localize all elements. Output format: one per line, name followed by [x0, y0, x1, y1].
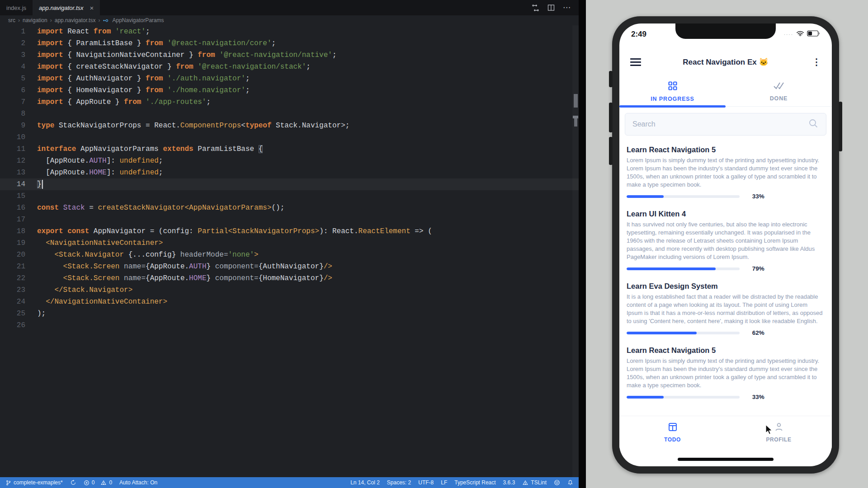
code-line[interactable]: 23 </Stack.Navigator> — [0, 284, 579, 296]
code-line[interactable]: 7import { AppRoute } from './app-routes'… — [0, 96, 579, 108]
code-line[interactable]: 9type StackNavigatorProps = React.Compon… — [0, 120, 579, 131]
sync-button[interactable] — [70, 479, 76, 486]
encoding[interactable]: UTF-8 — [418, 479, 434, 486]
line-content — [25, 214, 37, 225]
line-number: 5 — [0, 73, 25, 84]
problems-indicator[interactable]: 0 0 — [84, 479, 112, 486]
tab-done[interactable]: DONE — [726, 77, 832, 106]
bottom-tab-todo[interactable]: TODO — [619, 416, 726, 448]
code-line[interactable]: 26 — [0, 319, 579, 331]
code-line[interactable]: 8 — [0, 108, 579, 120]
progress-fill — [627, 195, 664, 198]
clock: 2:49 — [631, 30, 646, 39]
line-number: 11 — [0, 143, 25, 155]
code-line[interactable]: 10 — [0, 131, 579, 143]
line-content: </Stack.Navigator> — [25, 284, 132, 296]
code-lines: 1import React from 'react';2import { Par… — [0, 26, 579, 331]
code-line[interactable]: 3import { NavigationNativeContainer } fr… — [0, 49, 579, 61]
ts-version[interactable]: 3.6.3 — [503, 479, 515, 486]
status-bar: complete-exmaples* 0 0 — [0, 477, 579, 488]
editor-scrollbar[interactable] — [572, 25, 579, 477]
code-line[interactable]: 6import { HomeNavigator } from './home.n… — [0, 84, 579, 96]
code-line[interactable]: 25); — [0, 308, 579, 319]
line-content: [AppRoute.AUTH]: undefined; — [25, 155, 163, 167]
breadcrumb-file[interactable]: app.navigator.tsx — [55, 17, 96, 23]
line-content: <Stack.Navigator {...config} headerMode=… — [25, 249, 259, 261]
code-line[interactable]: 4import { createStackNavigator } from '@… — [0, 61, 579, 73]
line-content: interface AppNavigatorParams extends Par… — [25, 143, 263, 155]
code-editor[interactable]: 1import React from 'react';2import { Par… — [0, 25, 579, 477]
linter-status[interactable]: TSLint — [522, 479, 547, 486]
line-number: 6 — [0, 84, 25, 96]
code-line[interactable]: 18export const AppNavigator = (config: P… — [0, 225, 579, 237]
mute-switch — [609, 71, 613, 87]
line-content: <NavigationNativeContainer> — [25, 237, 163, 249]
compare-changes-icon[interactable] — [532, 4, 539, 12]
task-title: Learn React Navigation 5 — [627, 145, 825, 154]
notifications-bell-icon[interactable] — [567, 479, 573, 486]
line-content — [25, 319, 37, 331]
task-progress: 33% — [627, 394, 825, 400]
feedback-smiley-icon[interactable] — [554, 479, 560, 486]
code-line[interactable]: 13 [AppRoute.HOME]: undefined; — [0, 167, 579, 178]
code-line[interactable]: 15 — [0, 190, 579, 202]
code-line[interactable]: 14} — [0, 178, 579, 190]
code-line[interactable]: 22 <Stack.Screen name={AppRoute.HOME} co… — [0, 272, 579, 284]
code-line[interactable]: 1import React from 'react'; — [0, 26, 579, 38]
line-content: import { AppRoute } from './app-routes'; — [25, 96, 211, 108]
breadcrumb-src[interactable]: src — [8, 17, 15, 23]
line-number: 25 — [0, 308, 25, 319]
line-content — [25, 190, 37, 202]
tab-index-js[interactable]: index.js — [0, 0, 33, 15]
code-line[interactable]: 11interface AppNavigatorParams extends P… — [0, 143, 579, 155]
progress-fill — [627, 396, 664, 399]
tab-in-progress[interactable]: IN PROGRESS — [619, 77, 726, 106]
task-card[interactable]: Learn UI Kitten 4It has survived not onl… — [619, 204, 832, 277]
auto-attach-status[interactable]: Auto Attach: On — [119, 479, 157, 486]
code-line[interactable]: 24 </NavigationNativeContainer> — [0, 296, 579, 308]
code-line[interactable]: 12 [AppRoute.AUTH]: undefined; — [0, 155, 579, 167]
breadcrumb-symbol[interactable]: AppNavigatorParams — [112, 17, 164, 23]
bottom-tab-profile[interactable]: PROFILE — [726, 416, 832, 448]
line-content: import { HomeNavigator } from './home.na… — [25, 84, 250, 96]
close-icon[interactable]: × — [90, 5, 94, 11]
overflow-menu-icon[interactable]: ⋮ — [812, 59, 821, 65]
tab-app-navigator-tsx[interactable]: app.navigator.tsx × — [33, 0, 100, 15]
code-line[interactable]: 5import { AuthNavigator } from './auth.n… — [0, 73, 579, 84]
menu-hamburger-icon[interactable] — [630, 56, 641, 68]
line-content: type StackNavigatorProps = React.Compone… — [25, 120, 349, 131]
git-branch-status[interactable]: complete-exmaples* — [5, 479, 63, 486]
chevron-right-icon: › — [18, 17, 20, 23]
progress-track — [627, 396, 740, 399]
indentation[interactable]: Spaces: 2 — [387, 479, 411, 486]
split-editor-icon[interactable] — [547, 4, 555, 11]
eol-sequence[interactable]: LF — [441, 479, 447, 486]
code-line[interactable]: 21 <Stack.Screen name={AppRoute.AUTH} co… — [0, 261, 579, 272]
task-description: It has survived not only five centuries,… — [627, 221, 825, 261]
scrollbar-thumb[interactable] — [574, 94, 578, 108]
task-card[interactable]: Learn React Navigation 5Lorem Ipsum is s… — [619, 341, 832, 405]
chevron-right-icon: › — [98, 17, 100, 23]
search-icon[interactable] — [808, 118, 819, 131]
breadcrumb-navigation[interactable]: navigation — [23, 17, 47, 23]
double-check-icon — [773, 81, 785, 92]
task-card[interactable]: Learn React Navigation 5Lorem Ipsum is s… — [619, 140, 832, 204]
code-line[interactable]: 16const Stack = createStackNavigator<App… — [0, 202, 579, 214]
line-content: import { ParamListBase } from '@react-na… — [25, 38, 276, 49]
task-card[interactable]: Learn Eva Design SystemIt is a long esta… — [619, 277, 832, 341]
progress-track — [627, 267, 740, 270]
language-mode[interactable]: TypeScript React — [454, 479, 495, 486]
code-line[interactable]: 20 <Stack.Navigator {...config} headerMo… — [0, 249, 579, 261]
warning-icon — [522, 480, 528, 486]
code-line[interactable]: 19 <NavigationNativeContainer> — [0, 237, 579, 249]
search-input[interactable] — [632, 120, 808, 128]
code-line[interactable]: 17 — [0, 214, 579, 225]
line-content: <Stack.Screen name={AppRoute.AUTH} compo… — [25, 261, 332, 272]
more-actions-icon[interactable]: ⋯ — [563, 5, 571, 10]
line-number: 15 — [0, 190, 25, 202]
cursor-position[interactable]: Ln 14, Col 2 — [350, 479, 380, 486]
tab-label: DONE — [770, 95, 788, 102]
progress-percent: 33% — [752, 193, 764, 200]
code-line[interactable]: 2import { ParamListBase } from '@react-n… — [0, 38, 579, 49]
warning-icon — [100, 480, 107, 486]
